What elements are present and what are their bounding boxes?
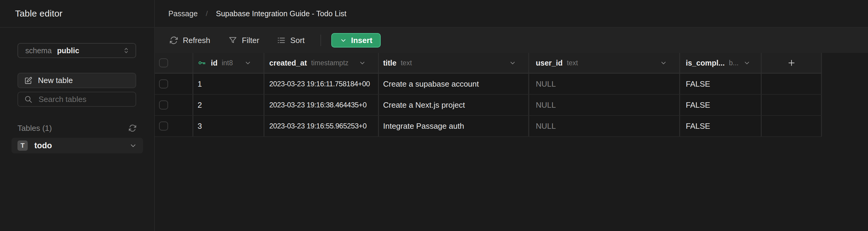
row-checkbox[interactable] xyxy=(159,100,168,109)
sort-label: Sort xyxy=(290,36,305,45)
column-type: text xyxy=(401,59,412,67)
chevron-down-icon[interactable] xyxy=(129,142,137,150)
plus-icon xyxy=(787,58,796,67)
table-badge: T xyxy=(18,140,28,151)
cell-is-completed[interactable]: FALSE xyxy=(680,116,762,136)
breadcrumb-separator: / xyxy=(206,9,208,18)
schema-select-value: public xyxy=(57,46,80,55)
column-header-id[interactable]: id int8 xyxy=(193,53,265,73)
filter-button[interactable]: Filter xyxy=(228,36,259,45)
column-name: id xyxy=(211,59,217,67)
table-item-name: todo xyxy=(34,141,52,151)
cell-empty xyxy=(762,95,822,115)
table-row: 2 2023-03-23 19:16:38.464435+0 Create a … xyxy=(155,95,822,116)
column-menu-chevron-icon[interactable] xyxy=(743,59,750,66)
cell-id[interactable]: 2 xyxy=(193,95,265,115)
cell-is-completed[interactable]: FALSE xyxy=(680,95,762,115)
column-name: user_id xyxy=(536,59,563,67)
column-menu-chevron-icon[interactable] xyxy=(359,59,366,66)
column-type: int8 xyxy=(222,59,233,67)
search-icon xyxy=(24,95,33,103)
refresh-button[interactable]: Refresh xyxy=(169,36,210,45)
refresh-label: Refresh xyxy=(183,36,210,45)
tables-section-heading: Tables (1) xyxy=(18,123,137,134)
search-tables-input[interactable] xyxy=(38,95,140,104)
sort-icon xyxy=(277,36,286,45)
column-menu-chevron-icon[interactable] xyxy=(244,59,251,66)
column-header-title[interactable]: title text xyxy=(379,53,529,73)
search-tables-box xyxy=(18,92,136,107)
edit-icon xyxy=(24,76,33,85)
refresh-tables-icon[interactable] xyxy=(128,124,137,132)
cell-title[interactable]: Integrate Passage auth xyxy=(379,116,529,136)
column-menu-chevron-icon[interactable] xyxy=(660,59,667,66)
cell-user-id[interactable]: NULL xyxy=(529,116,680,136)
cell-user-id[interactable]: NULL xyxy=(529,95,680,115)
sort-button[interactable]: Sort xyxy=(277,36,305,45)
insert-label: Insert xyxy=(351,36,373,45)
chevrons-up-down-icon xyxy=(122,46,130,55)
column-header-created-at[interactable]: created_at timestamptz xyxy=(265,53,379,73)
cell-title[interactable]: Create a supabase account xyxy=(379,74,529,94)
column-header-user-id[interactable]: user_id text xyxy=(529,53,680,73)
select-all-checkbox[interactable] xyxy=(159,58,168,67)
sidebar-item-todo[interactable]: T todo xyxy=(11,138,143,154)
row-select-cell xyxy=(155,95,193,115)
column-name: title xyxy=(383,59,396,67)
chevron-down-icon xyxy=(340,37,347,44)
cell-created-at[interactable]: 2023-03-23 19:16:38.464435+0 xyxy=(265,95,379,115)
cell-id[interactable]: 1 xyxy=(193,74,265,94)
table-editor-app: Table editor schema public New table Tab… xyxy=(0,0,868,231)
cell-is-completed[interactable]: FALSE xyxy=(680,74,762,94)
sidebar-header: Table editor xyxy=(0,0,154,28)
cell-created-at[interactable]: 2023-03-23 19:16:11.758184+00 xyxy=(265,74,379,94)
data-grid: id int8 created_at timestamptz title tex… xyxy=(155,53,822,137)
column-name: created_at xyxy=(269,59,307,67)
cell-id[interactable]: 3 xyxy=(193,116,265,136)
grid-toolbar: Refresh Filter Sort Insert xyxy=(155,28,868,53)
column-header-is-completed[interactable]: is_compl... b... xyxy=(680,53,762,73)
column-name: is_compl... xyxy=(686,59,725,67)
page-title: Table editor xyxy=(15,8,63,19)
new-table-label: New table xyxy=(38,76,73,85)
refresh-icon xyxy=(169,36,178,45)
cell-title[interactable]: Create a Next.js project xyxy=(379,95,529,115)
grid-header-row: id int8 created_at timestamptz title tex… xyxy=(155,53,822,74)
row-select-cell xyxy=(155,74,193,94)
new-table-button[interactable]: New table xyxy=(18,73,136,88)
tables-count-label: Tables (1) xyxy=(18,124,52,133)
row-checkbox[interactable] xyxy=(159,122,168,131)
toolbar-divider xyxy=(320,35,321,46)
row-checkbox[interactable] xyxy=(159,79,168,89)
table-row: 1 2023-03-23 19:16:11.758184+00 Create a… xyxy=(155,74,822,95)
schema-select-label: schema xyxy=(25,46,52,55)
filter-icon xyxy=(228,36,237,45)
cell-user-id[interactable]: NULL xyxy=(529,74,680,94)
cell-empty xyxy=(762,116,822,136)
breadcrumb-bar: Passage / Supabase Integration Guide - T… xyxy=(155,0,868,28)
column-type: text xyxy=(567,59,578,67)
cell-empty xyxy=(762,74,822,94)
schema-select[interactable]: schema public xyxy=(18,43,136,58)
filter-label: Filter xyxy=(242,36,259,45)
breadcrumb-project[interactable]: Passage xyxy=(168,9,197,18)
cell-created-at[interactable]: 2023-03-23 19:16:55.965253+0 xyxy=(265,116,379,136)
table-row: 3 2023-03-23 19:16:55.965253+0 Integrate… xyxy=(155,116,822,137)
sidebar: Table editor schema public New table Tab… xyxy=(0,0,155,231)
breadcrumb-current-page: Supabase Integration Guide - Todo List xyxy=(216,9,346,18)
primary-key-icon xyxy=(197,59,207,67)
select-all-cell xyxy=(155,53,193,73)
add-column-button[interactable] xyxy=(762,53,822,73)
column-type: timestamptz xyxy=(311,59,348,67)
row-select-cell xyxy=(155,116,193,136)
insert-button[interactable]: Insert xyxy=(331,33,381,47)
column-menu-chevron-icon[interactable] xyxy=(509,59,516,66)
column-type: b... xyxy=(729,59,739,67)
